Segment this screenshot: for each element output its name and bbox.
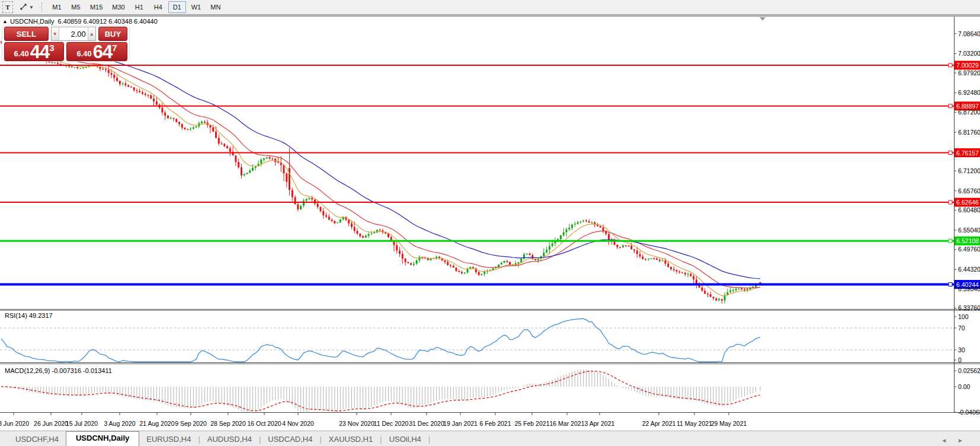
timeframe-button-h1[interactable]: H1: [130, 1, 148, 13]
caret-up-icon: ▲: [89, 31, 94, 37]
svg-text:6.76157: 6.76157: [956, 149, 979, 157]
timeframe-button-mn[interactable]: MN: [206, 1, 225, 13]
chart-tab-xauusd[interactable]: XAUUSD,H1: [322, 433, 380, 446]
timeframe-button-d1[interactable]: D1: [168, 1, 186, 13]
svg-text:22 Apr 2021: 22 Apr 2021: [642, 420, 676, 427]
sell-price-display[interactable]: 6.40 44 3: [4, 42, 64, 61]
svg-text:6.33760: 6.33760: [958, 304, 980, 311]
chart-tab-eurusd[interactable]: EURUSD,H4: [139, 433, 198, 446]
svg-text:6.49760: 6.49760: [958, 246, 980, 253]
rsi-line: [1, 318, 760, 362]
macd-signal-line: [1, 371, 760, 411]
toolbar-separator: [41, 2, 43, 12]
one-click-trading-panel: SELL ▼ ▲ BUY 6.40 44 3 6.40 64 7: [2, 26, 129, 61]
svg-text:31 Dec 2020: 31 Dec 2020: [409, 420, 444, 427]
svg-text:7.00029: 7.00029: [956, 62, 979, 69]
text-tool-button[interactable]: T: [2, 1, 13, 13]
rsi-indicator-label: RSI(14) 49.2317: [5, 312, 53, 319]
svg-text:19 Jan 2021: 19 Jan 2021: [443, 420, 478, 427]
dropdown-caret-icon: ▼: [29, 5, 34, 10]
svg-text:4 Nov 2020: 4 Nov 2020: [282, 420, 314, 427]
svg-text:100: 100: [958, 313, 969, 320]
macd-indicator-label: MACD(12,26,9) -0.007316 -0.013411: [5, 367, 112, 374]
timeframe-button-m1[interactable]: M1: [48, 1, 66, 13]
timeframe-button-m15[interactable]: M15: [86, 1, 107, 13]
svg-text:23 Nov 2020: 23 Nov 2020: [339, 420, 374, 427]
chart-canvas[interactable]: 7.000296.888976.761576.626466.521086.402…: [0, 0, 980, 431]
chart-tab-usdchf[interactable]: USDCHF,H4: [8, 433, 66, 446]
chart-tab-bar: USDCHF,H4USDCNH,DailyEURUSD,H4|AUDUSD,H4…: [0, 431, 980, 446]
volume-input[interactable]: [59, 27, 88, 40]
svg-text:21 Aug 2020: 21 Aug 2020: [140, 420, 175, 427]
svg-text:6.52108: 6.52108: [956, 237, 979, 244]
tabs-scroll-right-icon[interactable]: ►: [957, 437, 963, 444]
svg-text:3 Apr 2021: 3 Apr 2021: [585, 420, 615, 427]
symbol-marker-icon: ▲: [2, 18, 8, 24]
timeframe-button-h4[interactable]: H4: [149, 1, 167, 13]
svg-text:15 Jul 2020: 15 Jul 2020: [66, 420, 98, 427]
svg-text:6.97920: 6.97920: [958, 69, 980, 77]
svg-text:28 Sep 2020: 28 Sep 2020: [210, 420, 246, 427]
rsi-panel: 10070300: [0, 313, 969, 364]
svg-text:6.65760: 6.65760: [958, 187, 980, 195]
volume-decrease-button[interactable]: ▼: [52, 27, 59, 40]
chart-tab-usoil[interactable]: USOil,H4: [382, 433, 428, 446]
svg-text:6.87200: 6.87200: [958, 109, 980, 116]
svg-text:3 Aug 2020: 3 Aug 2020: [104, 420, 135, 427]
svg-text:16 Mar 2021: 16 Mar 2021: [550, 420, 585, 427]
chart-shift-marker-icon[interactable]: [760, 17, 766, 21]
tabs-scroll-left-icon[interactable]: ◄: [941, 437, 947, 444]
svg-text:6.62646: 6.62646: [956, 199, 979, 206]
timeframe-button-w1[interactable]: W1: [187, 1, 206, 13]
svg-text:8 Jun 2020: 8 Jun 2020: [0, 420, 29, 427]
macd-panel: 0.0256230.00-0.040687: [1, 367, 980, 416]
chart-tab-usdcnh[interactable]: USDCNH,Daily: [66, 431, 139, 446]
svg-text:25 Feb 2021: 25 Feb 2021: [515, 420, 550, 427]
svg-text:6.60480: 6.60480: [958, 206, 980, 214]
timeframe-button-m30[interactable]: M30: [108, 1, 129, 13]
buy-button[interactable]: BUY: [98, 27, 127, 41]
mt-terminal-window: T ▼ M1M5M15M30H1H4D1W1MN 7.000296.888976…: [0, 0, 980, 446]
timeframe-toolbar: T ▼ M1M5M15M30H1H4D1W1MN: [0, 0, 980, 15]
date-axis[interactable]: 8 Jun 202026 Jun 202015 Jul 20203 Aug 20…: [0, 413, 747, 427]
chart-title-ohlc: 6.40859 6.40912 6.40348 6.40440: [58, 18, 158, 25]
svg-text:30: 30: [958, 346, 965, 353]
timeframe-button-m5[interactable]: M5: [67, 1, 85, 13]
svg-text:-0.040687: -0.040687: [958, 409, 980, 416]
price-axis[interactable]: 7.086407.032006.979206.924806.872006.817…: [954, 30, 980, 312]
sell-button[interactable]: SELL: [4, 27, 49, 41]
svg-text:11 Dec 2020: 11 Dec 2020: [374, 420, 409, 427]
svg-text:0: 0: [958, 356, 962, 364]
svg-text:6.39040: 6.39040: [958, 285, 980, 292]
moving-averages: [1, 42, 760, 296]
svg-text:6 Feb 2021: 6 Feb 2021: [479, 420, 511, 427]
chart-tab-usdcad[interactable]: USDCAD,H4: [261, 433, 319, 446]
svg-text:11 May 2021: 11 May 2021: [677, 420, 712, 427]
svg-text:26 Jun 2020: 26 Jun 2020: [34, 420, 68, 427]
svg-text:29 May 2021: 29 May 2021: [711, 420, 747, 427]
svg-text:0.025623: 0.025623: [958, 367, 980, 374]
objects-tool-button[interactable]: ▼: [17, 1, 36, 13]
buy-price-display[interactable]: 6.40 64 7: [66, 42, 127, 61]
volume-increase-button[interactable]: ▲: [88, 27, 95, 40]
svg-text:7.08640: 7.08640: [958, 30, 980, 37]
svg-text:6.71200: 6.71200: [958, 167, 980, 174]
svg-text:6.44320: 6.44320: [958, 266, 980, 273]
chart-title: ▲ USDCNH,Daily 6.40859 6.40912 6.40348 6…: [2, 17, 158, 26]
svg-text:70: 70: [958, 324, 965, 332]
tab-separator: |: [428, 435, 430, 446]
candles: [1, 40, 761, 304]
caret-down-icon: ▼: [53, 31, 57, 37]
diagonal-arrows-icon: [20, 3, 27, 12]
volume-stepper[interactable]: ▼ ▲: [51, 27, 96, 41]
svg-text:6.55040: 6.55040: [958, 227, 980, 234]
svg-text:6.92480: 6.92480: [958, 89, 980, 96]
chart-title-symbol: USDCNH,Daily: [10, 18, 55, 25]
svg-text:6.81760: 6.81760: [958, 129, 980, 136]
svg-text:16 Oct 2020: 16 Oct 2020: [247, 420, 281, 427]
svg-text:0.00: 0.00: [958, 383, 971, 390]
svg-text:9 Sep 2020: 9 Sep 2020: [175, 420, 207, 427]
svg-text:7.03200: 7.03200: [958, 50, 980, 57]
chart-tab-audusd[interactable]: AUDUSD,H4: [200, 433, 259, 446]
